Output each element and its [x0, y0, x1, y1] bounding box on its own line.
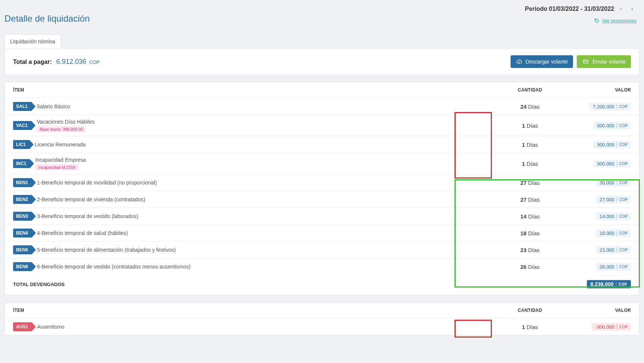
- mail-icon: [582, 59, 589, 65]
- table-row: AUS1Ausentismo1Días-300.000COP: [5, 319, 639, 335]
- item-description: 5-Beneficio temporal de alimentación (tr…: [37, 247, 176, 253]
- total-devengados-value: 8.238.000COP: [587, 280, 631, 288]
- table-row: LIC1Licencia Remunerada1Días300.000COP: [5, 136, 639, 153]
- item-value: 26.000COP: [596, 263, 631, 271]
- item-value: -300.000COP: [592, 323, 631, 331]
- download-volante-label: Descargar volante: [526, 59, 568, 65]
- item-quantity: 1Días: [496, 161, 564, 167]
- item-code-tag: BEN3: [13, 212, 32, 221]
- item-value: 30.000COP: [596, 179, 631, 187]
- devengados-section: ÍTEM CANTIDAD VALOR SAL1Salario Básico24…: [4, 82, 640, 295]
- item-description: Ausentismo: [37, 324, 64, 330]
- table-row: BEN22-Beneficio temporal de vivienda (co…: [5, 191, 639, 208]
- item-description: 4-Beneficio temporal de salud (hábiles): [37, 230, 128, 236]
- item-description: Licencia Remunerada: [35, 142, 86, 148]
- item-value: 23.000COP: [596, 246, 631, 254]
- item-code-tag: BEN6: [13, 262, 32, 271]
- item-description: Incapacidad Empresa: [35, 157, 86, 163]
- item-code-tag: SAL1: [13, 102, 31, 111]
- table-row: VAC1Vacaciones Días HábilesBase diaria: …: [5, 115, 639, 136]
- deducciones-section: ÍTEM CANTIDAD VALOR AUS1Ausentismo1Días-…: [4, 302, 640, 335]
- item-quantity: 23Días: [496, 247, 564, 253]
- table-row: BEN66-Beneficio temporal de vestido (con…: [5, 258, 639, 275]
- item-description: 2-Beneficio temporal de vivienda (contra…: [37, 196, 145, 202]
- item-quantity: 14Días: [496, 213, 564, 220]
- item-code-tag: LIC1: [13, 140, 30, 149]
- chevron-left-icon: [619, 7, 623, 11]
- item-quantity: 1Días: [496, 122, 564, 129]
- total-pagar-label: Total a pagar:: [13, 59, 52, 65]
- item-value: 300.000COP: [593, 160, 631, 168]
- col-valor: VALOR: [564, 87, 631, 93]
- chevron-right-icon: [630, 7, 634, 11]
- download-cloud-icon: [516, 59, 523, 65]
- item-sub-pill: Incapacidad Id:2319: [35, 164, 78, 170]
- send-volante-label: Enviar volante: [592, 59, 626, 65]
- item-value: 300.000COP: [593, 122, 631, 130]
- period-next-button[interactable]: [628, 4, 637, 13]
- table-row: BEN11-Beneficio temporal de movilidad (n…: [5, 174, 639, 191]
- col-item: ÍTEM: [13, 87, 496, 93]
- item-value: 27.000COP: [596, 196, 631, 204]
- item-quantity: 24Días: [496, 103, 564, 110]
- total-pagar-currency: COP: [89, 59, 100, 65]
- period-label: Periodo 01/03/2022 - 31/03/2022: [525, 6, 614, 12]
- tab-liquidacion-nomina[interactable]: Liquidación nómina: [4, 34, 61, 48]
- item-value: 300.000COP: [593, 141, 631, 149]
- period-prev-button[interactable]: [616, 4, 625, 13]
- svg-point-0: [595, 19, 596, 20]
- item-quantity: 26Días: [496, 264, 564, 270]
- item-value: 7.200.000COP: [589, 103, 631, 111]
- item-description: 3-Beneficio temporal de vestido (laborad…: [37, 213, 138, 219]
- item-code-tag: BEN2: [13, 195, 32, 204]
- item-quantity: 1Días: [496, 324, 564, 330]
- ver-provisiones-link[interactable]: Ver provisiones: [602, 18, 637, 24]
- item-description: 1-Beneficio temporal de movilidad (no pr…: [37, 180, 157, 186]
- download-volante-button[interactable]: Descargar volante: [511, 55, 573, 68]
- item-quantity: 27Días: [496, 196, 564, 203]
- col-valor: VALOR: [564, 308, 631, 313]
- item-value: 14.000COP: [596, 212, 631, 220]
- page-title: Detalle de liquidación: [4, 13, 90, 24]
- table-row: BEN44-Beneficio temporal de salud (hábil…: [5, 225, 639, 242]
- item-code-tag: BEN1: [13, 178, 32, 187]
- col-item: ÍTEM: [13, 308, 496, 313]
- item-code-tag: INC1: [13, 159, 30, 168]
- table-row: INC1Incapacidad EmpresaIncapacidad Id:23…: [5, 153, 639, 174]
- item-code-tag: AUS1: [13, 322, 32, 331]
- table-row: SAL1Salario Básico24Días7.200.000COP: [5, 98, 639, 115]
- total-pagar-amount: 6.912.036: [56, 58, 86, 65]
- col-cantidad: CANTIDAD: [496, 308, 564, 313]
- item-code-tag: BEN5: [13, 245, 32, 254]
- item-description: Salario Básico: [37, 103, 70, 109]
- tag-icon: [594, 18, 600, 24]
- table-row: BEN33-Beneficio temporal de vestido (lab…: [5, 208, 639, 225]
- item-code-tag: VAC1: [13, 121, 31, 130]
- item-quantity: 18Días: [496, 230, 564, 236]
- item-quantity: 1Días: [496, 142, 564, 148]
- item-code-tag: BEN4: [13, 229, 32, 238]
- item-quantity: 27Días: [496, 180, 564, 186]
- item-sub-pill: Base diaria: 300,000.00: [37, 126, 86, 132]
- item-description: Vacaciones Días Hábiles: [37, 119, 95, 125]
- table-row: BEN55-Beneficio temporal de alimentación…: [5, 242, 639, 258]
- total-devengados-label: TOTAL DEVENGADOS: [13, 282, 496, 287]
- col-cantidad: CANTIDAD: [496, 87, 564, 93]
- item-value: 18.000COP: [596, 229, 631, 237]
- send-volante-button[interactable]: Enviar volante: [577, 55, 631, 68]
- item-description: 6-Beneficio temporal de vestido (contrat…: [37, 264, 191, 270]
